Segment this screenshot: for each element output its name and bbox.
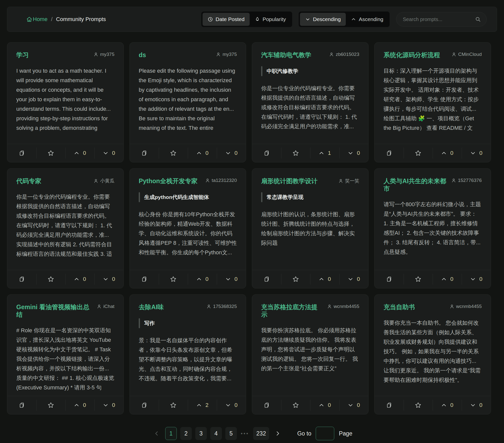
favorite-button[interactable] xyxy=(159,144,188,162)
person-icon xyxy=(451,52,456,57)
downvote-count: 0 xyxy=(479,150,482,156)
upvote-button[interactable]: 0 xyxy=(65,396,94,414)
copy-button[interactable] xyxy=(375,396,404,414)
upvote-button[interactable]: 0 xyxy=(188,144,217,162)
upvote-button[interactable]: 0 xyxy=(188,270,217,288)
upvote-count: 0 xyxy=(205,276,208,282)
copy-button[interactable] xyxy=(252,144,281,162)
star-icon xyxy=(292,402,299,408)
favorite-button[interactable] xyxy=(36,396,65,414)
page-button-1[interactable]: 1 xyxy=(165,427,177,440)
sort-popularity-button[interactable]: Popularity xyxy=(250,13,291,26)
upvote-button[interactable]: 0 xyxy=(65,270,94,288)
page-button-2[interactable]: 2 xyxy=(180,427,192,440)
card-main: Python全栈开发专家 ta12312320 生成python代码生成智能体 … xyxy=(130,169,246,270)
upvote-button[interactable]: 1 xyxy=(310,144,339,162)
favorite-button[interactable] xyxy=(404,144,433,162)
copy-button[interactable] xyxy=(7,144,36,162)
page-button-5[interactable]: 5 xyxy=(225,427,237,440)
downvote-button[interactable]: 0 xyxy=(339,396,368,414)
favorite-button[interactable] xyxy=(159,270,188,288)
favorite-button[interactable] xyxy=(281,144,310,162)
goto-page-input[interactable] xyxy=(316,427,334,440)
card-main: 扇形统计图教学设计 笑一笑 常态课教学呈现 扇形统计图的认识，条形统计图、扇形统… xyxy=(252,169,368,270)
page-button-4[interactable]: 4 xyxy=(210,427,222,440)
favorite-button[interactable] xyxy=(36,144,65,162)
sort-date-posted-button[interactable]: Date Posted xyxy=(203,13,250,26)
copy-button[interactable] xyxy=(130,144,159,162)
upvote-button[interactable]: 0 xyxy=(433,270,462,288)
downvote-button[interactable]: 0 xyxy=(462,144,491,162)
upvote-button[interactable]: 0 xyxy=(433,396,462,414)
downvote-button[interactable]: 0 xyxy=(217,144,246,162)
favorite-button[interactable] xyxy=(404,270,433,288)
card-body: 我要你扮演苏格拉底。 你必须用苏格拉底的方法继续质疑我的信仰。 我将发表声明，您… xyxy=(261,326,359,373)
breadcrumb-home-link[interactable]: Home xyxy=(26,16,48,23)
card-title[interactable]: Gemini 看油管视频输出总结 xyxy=(16,303,93,318)
copy-button[interactable] xyxy=(7,396,36,414)
downvote-button[interactable]: 0 xyxy=(94,270,123,288)
upvote-button[interactable]: 0 xyxy=(310,270,339,288)
quote-bar xyxy=(261,192,262,202)
card-title[interactable]: Python全栈开发专家 xyxy=(139,177,198,185)
copy-button[interactable] xyxy=(7,270,36,288)
card-title[interactable]: ds xyxy=(139,51,146,59)
favorite-button[interactable] xyxy=(404,396,433,414)
last-page-button[interactable]: 232 xyxy=(253,427,269,440)
order-ascending-button[interactable]: Ascending xyxy=(346,13,388,26)
page-title: Community Prompts xyxy=(56,16,106,23)
upvote-chevron-icon xyxy=(318,402,324,408)
card-title[interactable]: 充当苏格拉底方法提示 xyxy=(261,303,323,318)
downvote-button[interactable]: 0 xyxy=(339,270,368,288)
downvote-button[interactable]: 0 xyxy=(94,144,123,162)
copy-button[interactable] xyxy=(375,144,404,162)
star-icon xyxy=(292,276,299,282)
search-input[interactable] xyxy=(403,17,475,22)
card-quote-text: 写作 xyxy=(144,318,155,328)
copy-button[interactable] xyxy=(130,270,159,288)
downvote-button[interactable]: 0 xyxy=(217,270,246,288)
upvote-button[interactable]: 0 xyxy=(310,396,339,414)
card-title[interactable]: 系统化源码分析流程 xyxy=(384,51,440,59)
prev-page-button[interactable] xyxy=(152,427,162,440)
copy-button[interactable] xyxy=(252,396,281,414)
downvote-chevron-icon xyxy=(348,150,354,156)
favorite-button[interactable] xyxy=(281,270,310,288)
favorite-button[interactable] xyxy=(281,396,310,414)
downvote-button[interactable]: 0 xyxy=(217,396,246,414)
prompt-card: 人类与AI共生的未来都市 152776376 请写一个800字左右的科幻微小说，… xyxy=(374,168,491,288)
downvote-button[interactable]: 0 xyxy=(94,396,123,414)
card-title[interactable]: 学习 xyxy=(16,51,29,59)
copy-button[interactable] xyxy=(375,270,404,288)
search-icon[interactable] xyxy=(475,16,481,22)
upvote-count: 2 xyxy=(205,402,208,408)
card-author: CMinCloud xyxy=(451,52,482,57)
downvote-button[interactable]: 0 xyxy=(462,396,491,414)
sort-date-posted-label: Date Posted xyxy=(216,16,245,22)
star-icon xyxy=(170,402,177,408)
downvote-button[interactable]: 0 xyxy=(339,144,368,162)
copy-button[interactable] xyxy=(130,396,159,414)
card-title[interactable]: 扇形统计图教学设计 xyxy=(261,177,317,185)
order-descending-button[interactable]: Descending xyxy=(300,13,346,26)
card-title[interactable]: 去除AI味 xyxy=(139,303,164,311)
downvote-button[interactable]: 0 xyxy=(462,270,491,288)
breadcrumb: Home / Community Prompts xyxy=(26,16,106,23)
card-title[interactable]: 充当自助书 xyxy=(384,303,415,311)
copy-button[interactable] xyxy=(252,270,281,288)
copy-icon xyxy=(264,402,270,408)
upvote-button[interactable]: 0 xyxy=(65,144,94,162)
card-title[interactable]: 代码专家 xyxy=(16,177,41,185)
upvote-button[interactable]: 2 xyxy=(188,396,217,414)
card-title[interactable]: 汽车辅助电气教学 xyxy=(261,51,311,59)
copy-icon xyxy=(141,402,147,408)
card-title[interactable]: 人类与AI共生的未来都市 xyxy=(384,177,448,192)
card-author-name: CMinCloud xyxy=(458,52,482,57)
favorite-button[interactable] xyxy=(159,396,188,414)
page-button-3[interactable]: 3 xyxy=(195,427,207,440)
upvote-button[interactable]: 0 xyxy=(433,144,462,162)
favorite-button[interactable] xyxy=(36,270,65,288)
next-page-button[interactable] xyxy=(273,427,283,440)
card-author: my375 xyxy=(93,52,114,57)
card-author-name: wcnmb4455 xyxy=(456,304,482,309)
